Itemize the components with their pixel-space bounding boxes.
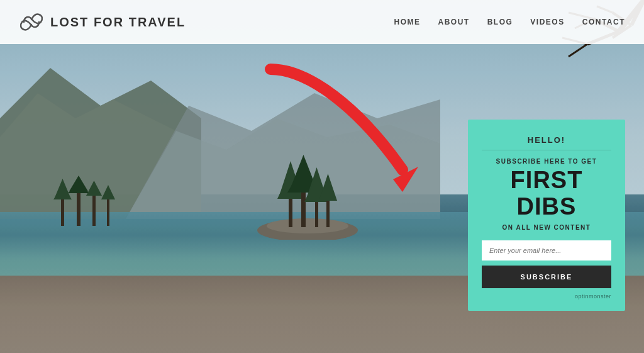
nav-home[interactable]: HOME	[394, 18, 421, 26]
first-dibs-line2: DIBS	[517, 193, 577, 220]
card-subscribe-text: SUBSCRIBE HERE TO GET	[482, 158, 611, 165]
page-wrapper: LOST FOR TRAVEL HOME ABOUT BLOG VIDEOS C…	[0, 0, 644, 353]
logo-icon	[19, 9, 44, 35]
subscribe-button[interactable]: SUBSCRIBE	[482, 266, 611, 288]
optinmonster-badge: optinmonster	[482, 293, 611, 300]
nav-about[interactable]: ABOUT	[438, 18, 470, 26]
card-hello: HELLO!	[482, 135, 611, 150]
nav-blog[interactable]: BLOG	[487, 18, 513, 26]
header: LOST FOR TRAVEL HOME ABOUT BLOG VIDEOS C…	[0, 0, 644, 44]
subscribe-card: HELLO! SUBSCRIBE HERE TO GET FIRST DIBS …	[468, 120, 625, 311]
main-nav: HOME ABOUT BLOG VIDEOS CONTACT	[394, 18, 625, 26]
email-input[interactable]	[482, 240, 611, 261]
card-first-dibs: FIRST DIBS	[482, 167, 611, 220]
logo-text: LOST FOR TRAVEL	[50, 15, 186, 30]
nav-videos[interactable]: VIDEOS	[530, 18, 564, 26]
first-dibs-line1: FIRST	[511, 167, 583, 193]
logo-area: LOST FOR TRAVEL	[19, 9, 186, 35]
card-content-label: ON ALL NEW CONTENT	[482, 224, 611, 231]
nav-contact[interactable]: CONTACT	[582, 18, 625, 26]
